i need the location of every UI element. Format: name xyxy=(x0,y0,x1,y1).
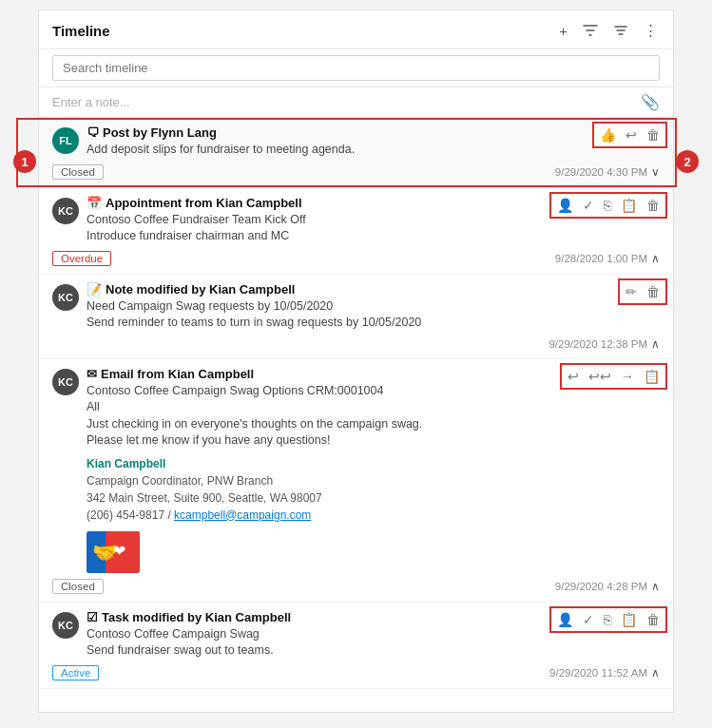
avatar-kc-email: KC xyxy=(52,369,79,395)
add-button[interactable]: + xyxy=(557,21,569,41)
note-title: 📝 Note modified by Kian Campbell xyxy=(87,282,603,297)
appointment-title: 📅 Appointment from Kian Campbell xyxy=(87,196,517,210)
sig-address: 342 Main Street, Suite 900, Seattle, WA … xyxy=(87,489,536,507)
appointment-footer: Overdue 9/28/2020 1:00 PM ∧ xyxy=(52,251,660,266)
avatar-kc-task: KC xyxy=(52,612,79,639)
note-actions-box: ✏ 🗑 xyxy=(618,278,667,305)
paperclip-icon[interactable]: 📎 xyxy=(641,93,660,111)
appointment-title-text: Appointment from Kian Campbell xyxy=(106,196,302,210)
sort-button[interactable] xyxy=(611,21,630,40)
search-bar xyxy=(39,49,673,87)
reply-email-button[interactable]: ↩ xyxy=(566,367,581,386)
sig-phone: (206) 454-9817 / kcampbell@campaign.com xyxy=(87,507,536,524)
appointment-left: KC 📅 Appointment from Kian Campbell Cont… xyxy=(52,196,517,245)
avatar-fl: FL xyxy=(52,127,79,154)
page-wrapper: 1 2 Timeline + ⋮ Enter a note... 📎 xyxy=(10,10,702,713)
task-title-text: Task modified by Kian Campbell xyxy=(102,610,291,624)
post-badge: Closed xyxy=(52,164,104,180)
appointment-type-icon: 📅 xyxy=(87,196,102,210)
email-left: KC ✉ Email from Kian Campbell Contoso Co… xyxy=(52,367,536,573)
post-body: Add deposit slips for fundraiser to meet… xyxy=(87,142,574,159)
note-placeholder: Enter a note... xyxy=(52,95,130,109)
more-button[interactable]: ⋮ xyxy=(642,20,660,41)
email-header: KC ✉ Email from Kian Campbell Contoso Co… xyxy=(52,367,660,573)
panel-title: Timeline xyxy=(52,23,557,39)
task-title: ☑ Task modified by Kian Campbell xyxy=(87,610,508,624)
sig-name: Kian Campbell xyxy=(87,455,536,472)
avatar-kc-appt: KC xyxy=(52,198,79,224)
note-title-text: Note modified by Kian Campbell xyxy=(106,282,295,297)
like-button[interactable]: 👍 xyxy=(598,125,618,144)
copy-button[interactable]: ⎘ xyxy=(602,196,613,215)
task-actions-box: 👤 ✓ ⎘ 📋 🗑 xyxy=(549,606,667,633)
post-header: FL 🗨 Post by Flynn Lang Add deposit slip… xyxy=(52,125,660,159)
email-timestamp: 9/29/2020 4:28 PM ∧ xyxy=(555,580,660,593)
appointment-body: Contoso Coffee Fundraiser Team Kick Off … xyxy=(87,212,517,245)
note-task-button[interactable]: 📋 xyxy=(619,610,639,629)
note-bar: Enter a note... 📎 xyxy=(39,87,673,118)
delete-button[interactable]: 🗑 xyxy=(645,125,662,144)
avatar-kc-note: KC xyxy=(52,284,79,311)
post-chevron[interactable]: ∨ xyxy=(651,165,660,179)
post-left: FL 🗨 Post by Flynn Lang Add deposit slip… xyxy=(52,125,574,159)
timeline-item-note: ✏ 🗑 KC 📝 Note modified by Kian Campbell … xyxy=(39,275,673,359)
note-content: 📝 Note modified by Kian Campbell Need Ca… xyxy=(87,282,603,332)
post-footer: Closed 9/29/2020 4:30 PM ∨ xyxy=(52,164,660,180)
appointment-actions-box: 👤 ✓ ⎘ 📋 🗑 xyxy=(549,192,667,219)
sig-email-link[interactable]: kcampbell@campaign.com xyxy=(174,508,311,522)
copy-task-button[interactable]: ⎘ xyxy=(602,610,613,629)
annotation-circle-1: 1 xyxy=(13,150,36,173)
email-title-text: Email from Kian Campbell xyxy=(101,367,254,381)
annotation-circle-2: 2 xyxy=(676,150,699,173)
assign-button[interactable]: 👤 xyxy=(555,196,575,215)
timeline-item-post: 👍 ↩ 🗑 FL 🗨 Post by Flynn Lang Add deposi… xyxy=(39,118,673,188)
timeline-item-task: 👤 ✓ ⎘ 📋 🗑 KC ☑ Task modified by Kian Cam… xyxy=(39,603,673,689)
complete-task-button[interactable]: ✓ xyxy=(581,610,596,629)
search-input[interactable] xyxy=(52,55,660,81)
forward-button[interactable]: → xyxy=(619,367,636,386)
task-chevron[interactable]: ∧ xyxy=(651,666,660,680)
copy-email-button[interactable]: 📋 xyxy=(642,367,662,386)
panel-header: Timeline + ⋮ xyxy=(39,10,673,49)
note-chevron[interactable]: ∧ xyxy=(651,337,660,351)
note-button[interactable]: 📋 xyxy=(619,196,639,215)
post-type-icon: 🗨 xyxy=(87,125,99,140)
svg-text:❤: ❤ xyxy=(113,543,125,559)
filter-button[interactable] xyxy=(581,21,600,40)
email-actions-box: ↩ ↩↩ → 📋 xyxy=(560,363,667,390)
email-title: ✉ Email from Kian Campbell xyxy=(87,367,536,381)
appointment-chevron[interactable]: ∧ xyxy=(651,252,660,265)
note-footer: 9/29/2020 12:38 PM ∧ xyxy=(52,337,660,351)
post-title: 🗨 Post by Flynn Lang xyxy=(87,125,574,140)
email-image: 🤝 ❤ xyxy=(87,531,140,573)
appointment-timestamp: 9/28/2020 1:00 PM ∧ xyxy=(555,252,660,265)
timeline-item-appointment: 👤 ✓ ⎘ 📋 🗑 KC 📅 Appointment from Kian Cam… xyxy=(39,188,673,275)
sig-role: Campaign Coordinator, PNW Branch xyxy=(87,472,536,489)
appointment-badge: Overdue xyxy=(52,251,111,266)
email-chevron[interactable]: ∧ xyxy=(651,580,660,593)
reply-all-button[interactable]: ↩↩ xyxy=(587,367,613,386)
email-signature: Kian Campbell Campaign Coordinator, PNW … xyxy=(87,455,536,524)
edit-button[interactable]: ✏ xyxy=(624,282,639,301)
post-timestamp: 9/29/2020 4:30 PM ∨ xyxy=(555,165,660,179)
email-body: Contoso Coffee Campaign Swag Options CRM… xyxy=(87,383,536,450)
task-footer: Active 9/29/2020 11:52 AM ∧ xyxy=(52,665,660,680)
delete-task-button[interactable]: 🗑 xyxy=(645,610,662,629)
post-actions-box: 👍 ↩ 🗑 xyxy=(592,122,667,148)
email-content: ✉ Email from Kian Campbell Contoso Coffe… xyxy=(87,367,536,573)
task-left: KC ☑ Task modified by Kian Campbell Cont… xyxy=(52,610,508,660)
task-type-icon: ☑ xyxy=(87,610,98,624)
panel-icons: + ⋮ xyxy=(557,20,660,41)
assign-task-button[interactable]: 👤 xyxy=(555,610,575,629)
delete-button[interactable]: 🗑 xyxy=(645,196,662,215)
appointment-content: 📅 Appointment from Kian Campbell Contoso… xyxy=(87,196,517,245)
complete-button[interactable]: ✓ xyxy=(581,196,596,215)
task-content: ☑ Task modified by Kian Campbell Contoso… xyxy=(87,610,508,660)
task-body: Contoso Coffee Campaign Swag Send fundra… xyxy=(87,626,508,660)
note-left: KC 📝 Note modified by Kian Campbell Need… xyxy=(52,282,603,332)
delete-note-button[interactable]: 🗑 xyxy=(645,282,662,301)
note-type-icon: 📝 xyxy=(87,282,102,297)
task-timestamp: 9/29/2020 11:52 AM ∧ xyxy=(549,666,660,680)
reply-button[interactable]: ↩ xyxy=(624,125,639,144)
email-badge: Closed xyxy=(52,579,104,594)
